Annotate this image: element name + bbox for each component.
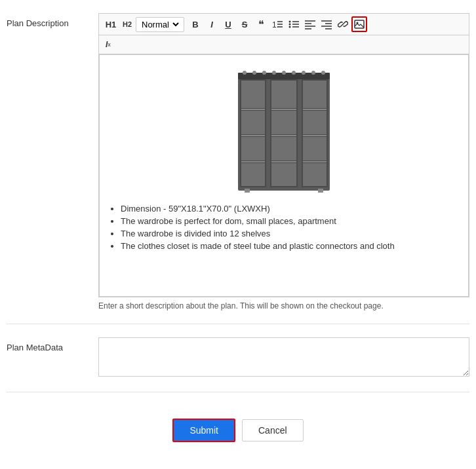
bold-button[interactable]: B <box>188 16 203 32</box>
rich-text-editor: H1 H2 Normal H1 H2 H3 H4 <box>98 13 469 297</box>
svg-rect-49 <box>271 111 296 134</box>
heading-select[interactable]: Normal H1 H2 H3 H4 <box>139 19 181 30</box>
unordered-list-icon <box>288 19 299 29</box>
quote-button[interactable]: ❝ <box>253 16 269 32</box>
rte-content-area[interactable]: Dimension - 59"X18.1"X70.0" (LXWXH) The … <box>99 54 469 297</box>
plan-description-field: H1 H2 Normal H1 H2 H3 H4 <box>98 13 469 310</box>
metadata-textarea[interactable] <box>98 337 469 377</box>
wardrobe-svg <box>235 63 333 194</box>
align-right-icon <box>321 19 332 29</box>
svg-rect-54 <box>303 137 327 160</box>
strikethrough-button[interactable]: S <box>237 16 252 32</box>
submit-button[interactable]: Submit <box>172 419 235 442</box>
heading-select-wrap[interactable]: Normal H1 H2 H3 H4 <box>136 17 184 32</box>
svg-rect-52 <box>303 81 327 108</box>
svg-point-24 <box>252 71 256 75</box>
svg-rect-48 <box>271 81 296 108</box>
form-container: Plan Description H1 H2 Normal <box>0 0 476 468</box>
svg-rect-56 <box>245 189 250 193</box>
plan-metadata-row: Plan MetaData <box>7 337 469 392</box>
bullet-item-1: Dimension - 59"X18.1"X70.0" (LXWXH) <box>121 204 460 214</box>
toolbar-row2: Ix <box>99 35 469 54</box>
svg-rect-51 <box>271 163 296 186</box>
svg-rect-40 <box>271 161 296 162</box>
cancel-button[interactable]: Cancel <box>242 419 304 441</box>
svg-point-6 <box>289 26 291 28</box>
plan-metadata-label: Plan MetaData <box>7 337 98 379</box>
toolbar-row1: H1 H2 Normal H1 H2 H3 H4 <box>99 14 469 35</box>
svg-point-29 <box>302 71 306 75</box>
svg-point-25 <box>262 71 266 75</box>
svg-rect-35 <box>241 109 265 110</box>
product-image-container <box>108 63 460 196</box>
bullet-item-4: The clothes closet is made of steel tube… <box>121 241 460 251</box>
svg-rect-39 <box>271 135 296 136</box>
svg-rect-46 <box>241 137 265 160</box>
svg-rect-45 <box>241 111 265 134</box>
svg-rect-53 <box>303 111 327 134</box>
bullet-item-2: The wardrobe is perfect for dom, small p… <box>121 216 460 226</box>
h1-button[interactable]: H1 <box>103 16 119 32</box>
svg-rect-57 <box>318 189 323 193</box>
clear-format-button[interactable]: Ix <box>103 37 113 52</box>
italic-button[interactable]: I <box>204 16 220 32</box>
svg-point-5 <box>289 24 291 26</box>
bullet-item-3: The wardrobe is divided into 12 shelves <box>121 229 460 238</box>
h2-button[interactable]: H2 <box>119 16 135 32</box>
svg-point-31 <box>321 71 325 75</box>
form-buttons: Submit Cancel <box>7 405 469 455</box>
plan-description-row: Plan Description H1 H2 Normal <box>7 13 469 324</box>
image-icon <box>354 19 365 29</box>
svg-point-28 <box>292 71 296 75</box>
underline-button[interactable]: U <box>220 16 236 32</box>
description-hint: Enter a short description about the plan… <box>98 301 469 310</box>
svg-rect-42 <box>303 135 327 136</box>
svg-point-26 <box>272 71 276 75</box>
svg-rect-55 <box>303 163 327 186</box>
product-bullet-list: Dimension - 59"X18.1"X70.0" (LXWXH) The … <box>108 204 460 251</box>
align-left-icon <box>305 19 315 29</box>
svg-point-23 <box>243 71 247 75</box>
svg-point-30 <box>311 71 315 75</box>
align-right-button[interactable] <box>319 16 334 32</box>
svg-rect-19 <box>355 20 364 28</box>
link-button[interactable] <box>335 16 351 32</box>
plan-description-label: Plan Description <box>7 13 98 310</box>
svg-rect-47 <box>241 163 265 186</box>
link-icon <box>338 19 348 29</box>
ordered-list-button[interactable]: 1. <box>269 16 285 32</box>
image-button[interactable] <box>351 16 367 32</box>
ordered-list-icon: 1. <box>272 19 283 29</box>
svg-rect-36 <box>241 135 265 136</box>
svg-line-18 <box>342 23 344 26</box>
unordered-list-button[interactable] <box>286 16 302 32</box>
svg-rect-37 <box>241 161 265 162</box>
svg-rect-44 <box>241 81 265 108</box>
svg-rect-38 <box>271 109 296 110</box>
plan-metadata-field <box>98 337 469 379</box>
svg-point-4 <box>289 21 291 23</box>
svg-rect-41 <box>303 109 327 110</box>
svg-rect-50 <box>271 137 296 160</box>
align-left-button[interactable] <box>302 16 318 32</box>
svg-rect-43 <box>303 161 327 162</box>
svg-point-27 <box>282 71 286 75</box>
